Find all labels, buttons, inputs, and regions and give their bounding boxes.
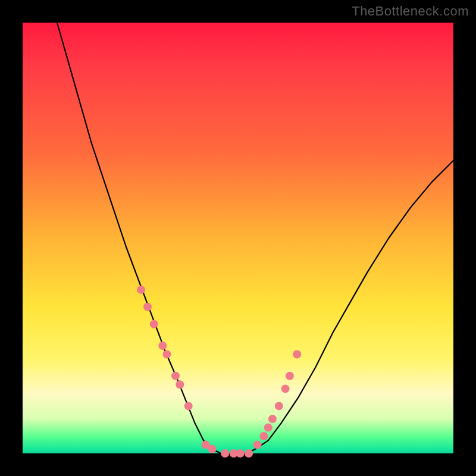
highlight-point: [293, 350, 301, 359]
highlight-point: [275, 402, 283, 410]
watermark-text: TheBottleneck.com: [352, 4, 469, 19]
highlight-point: [264, 424, 273, 432]
chart-frame: TheBottleneck.com: [0, 0, 476, 476]
highlight-point: [259, 432, 268, 440]
highlight-point: [245, 449, 253, 458]
highlight-point: [150, 320, 158, 328]
highlight-point: [268, 415, 277, 423]
plot-area: [23, 23, 453, 453]
highlight-point: [176, 380, 184, 389]
highlight-points: [137, 286, 301, 458]
highlight-point: [137, 286, 145, 294]
highlight-point: [208, 445, 217, 453]
bottleneck-curve: [57, 23, 453, 453]
chart-svg: [23, 23, 453, 453]
highlight-point: [171, 372, 180, 380]
highlight-point: [163, 350, 171, 359]
highlight-point: [158, 342, 167, 350]
highlight-point: [184, 402, 193, 410]
highlight-point: [221, 449, 229, 458]
highlight-point: [253, 441, 262, 449]
highlight-point: [236, 449, 245, 458]
highlight-point: [286, 372, 294, 380]
highlight-point: [143, 303, 152, 311]
highlight-point: [281, 384, 290, 393]
